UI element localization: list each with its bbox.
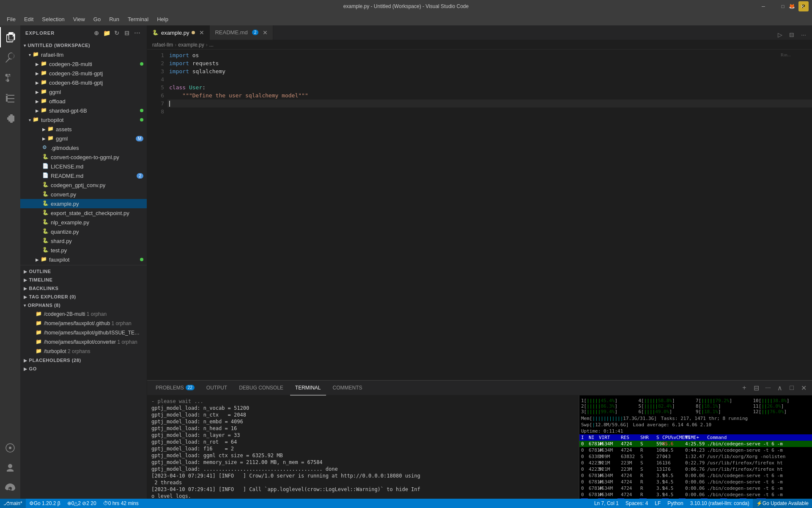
folder-ggml[interactable]: ▶ 📁 ggml (20, 87, 147, 97)
panel-close-button[interactable]: ✕ (798, 383, 809, 393)
add-terminal-button[interactable]: + (739, 383, 749, 393)
python-version-status[interactable]: 3.10.10 (rafael-llm: conda) (687, 499, 753, 508)
folder-codegen-6B-multi-gptj[interactable]: ▶ 📁 codegen-6B-multi-gptj (20, 78, 147, 87)
collapse-button[interactable]: ⊟ (123, 29, 132, 37)
folder-offload[interactable]: ▶ 📁 offload (20, 97, 147, 106)
orphans-section[interactable]: ▾ ORPHANS (8) (20, 301, 147, 309)
code-editor[interactable]: 1 2 3 4 5 6 7 8 import os import request… (147, 50, 812, 380)
placeholders-section[interactable]: ▶ PLACEHOLDERS (28) (20, 356, 147, 364)
line-ending-status[interactable]: LF (651, 499, 664, 508)
orphan-converter[interactable]: 📁 /home/james/fauxpilot/converter 1 orph… (20, 337, 147, 347)
htop-row-1[interactable]: 0 6781M 4634M 4724 S 598. 25.6 4:25.59 .… (579, 441, 812, 447)
explorer-activity-icon[interactable] (0, 27, 20, 47)
breadcrumb-dots[interactable]: ... (209, 42, 214, 48)
menu-selection[interactable]: Selection (38, 14, 68, 24)
orphan-codegen[interactable]: 📁 /codegen-2B-multi 1 orphan (20, 309, 147, 319)
minimize-button[interactable]: ─ (754, 0, 773, 13)
split-terminal-button[interactable]: ⊟ (751, 383, 761, 393)
menu-terminal[interactable]: Terminal (124, 14, 152, 24)
file-convert[interactable]: 🐍 convert.py (20, 190, 147, 199)
maximize-button[interactable]: □ (773, 0, 793, 13)
cursor-position-status[interactable]: Ln 7, Col 1 (591, 499, 622, 508)
menu-edit[interactable]: Edit (21, 14, 37, 24)
htop-row-6[interactable]: 0 6781M 4634M 4724 R 3.9 14.5 0:00.06 ./… (579, 472, 812, 479)
outline-section[interactable]: ▶ OUTLINE (20, 267, 147, 276)
folder-assets[interactable]: ▶ 📁 assets (20, 124, 147, 134)
tab-close-button[interactable]: ✕ (199, 29, 204, 36)
search-activity-icon[interactable] (0, 47, 20, 68)
breadcrumb-example[interactable]: example.py (178, 42, 204, 48)
folder-codegen-2B-multi[interactable]: ▶ 📁 codegen-2B-multi (20, 59, 147, 69)
htop-row-8[interactable]: 0 6781M 4634M 4724 R 3.9 14.5 0:00.06 ./… (579, 485, 812, 491)
tag-explorer-section[interactable]: ▶ TAG EXPLORER (0) (20, 293, 147, 301)
folder-turbopilot[interactable]: ▾ 📁 turbopilot (20, 115, 147, 124)
extensions-activity-icon[interactable] (0, 108, 20, 129)
problems-tab[interactable]: PROBLEMS 22 (151, 381, 200, 395)
settings-activity-icon[interactable] (0, 478, 20, 499)
htop-row-7[interactable]: 0 6781M 4634M 4724 R 3.9 14.5 0:00.06 ./… (579, 479, 812, 485)
folder-codegen-2B-multi-gptj[interactable]: ▶ 📁 codegen-2B-multi-gptj (20, 69, 147, 78)
file-readme[interactable]: 📄 README.md 2 (20, 171, 147, 180)
tab-readme-close[interactable]: ✕ (263, 29, 268, 36)
htop-row-5[interactable]: 0 4223M 521M 223M S 13.7 1.6 0:06.76 /us… (579, 466, 812, 472)
file-export[interactable]: 🐍 export_state_dict_checkpoint.py (20, 208, 147, 218)
folder-rafael-llm[interactable]: ▾ 📁 rafael-llm (20, 50, 147, 59)
new-file-button[interactable]: ⊕ (93, 29, 101, 37)
breadcrumb-rafael[interactable]: rafael-llm (152, 42, 173, 48)
orphan-github[interactable]: 📁 /home/james/fauxpilot/.github 1 orphan (20, 319, 147, 328)
run-activity-icon[interactable] (0, 88, 20, 108)
file-shard[interactable]: 🐍 shard.py (20, 236, 147, 246)
file-test[interactable]: 🐍 test.py (20, 246, 147, 255)
go-section[interactable]: ▶ GO (20, 364, 147, 373)
file-convert-codegen[interactable]: 🐍 convert-codegen-to-ggml.py (20, 152, 147, 162)
git-branch-status[interactable]: ⎇ main* (0, 499, 26, 508)
comments-tab[interactable]: COMMENTS (328, 381, 368, 395)
accounts-activity-icon[interactable] (0, 458, 20, 478)
output-tab[interactable]: OUTPUT (201, 381, 232, 395)
language-status[interactable]: Python (664, 499, 686, 508)
menu-go[interactable]: Go (90, 14, 104, 24)
remote-activity-icon[interactable] (0, 438, 20, 458)
more-actions-button[interactable]: ··· (798, 30, 809, 40)
htop-row-9[interactable]: 0 6781M 4634M 4724 R 3.9 14.5 0:00.06 ./… (579, 491, 812, 498)
file-example[interactable]: 🐍 example.py (20, 199, 147, 208)
terminal-tab[interactable]: TERMINAL (290, 381, 326, 395)
backlinks-section[interactable]: ▶ BACKLINKS (20, 284, 147, 293)
split-editor-button[interactable]: ⊟ (787, 30, 797, 40)
refresh-button[interactable]: ↻ (113, 29, 121, 37)
time-status[interactable]: ⏱ 0 hrs 42 mins (100, 499, 142, 508)
menu-help[interactable]: Help (154, 14, 172, 24)
menu-file[interactable]: File (3, 14, 19, 24)
terminal-more-button[interactable]: ··· (763, 383, 773, 393)
errors-status[interactable]: ⊕ 0△2 ⊘2 20 (64, 499, 100, 508)
run-button[interactable]: ▷ (775, 30, 785, 40)
tab-example-py[interactable]: 🐍 example.py ✕ (147, 25, 210, 40)
htop-panel[interactable]: 1[|||||45.4%] 4[|||||58.8%] 7[|||||79.2%… (579, 395, 812, 499)
file-codegen-gptj[interactable]: 🐍 codegen_gptj_conv.py (20, 180, 147, 190)
new-folder-button[interactable]: 📁 (103, 29, 111, 37)
update-status[interactable]: ⚡ Go Update Available (753, 499, 812, 508)
panel-minimize-button[interactable]: ∧ (775, 383, 785, 393)
source-control-activity-icon[interactable] (0, 68, 20, 88)
tab-readme-md[interactable]: README.md 2 ✕ (210, 25, 273, 40)
file-gitmodules[interactable]: ⚙ .gitmodules (20, 143, 147, 152)
orphan-turbopilot[interactable]: 📁 /turbopilot 2 orphans (20, 347, 147, 356)
file-license[interactable]: 📄 LICENSE.md (20, 162, 147, 171)
timeline-section[interactable]: ▶ TIMELINE (20, 276, 147, 284)
folder-sharded-gpt-6B[interactable]: ▶ 📁 sharded-gpt-6B (20, 106, 147, 115)
htop-row-4[interactable]: 0 4223M 521M 223M S 16.3 1.6 0:22.79 /us… (579, 460, 812, 466)
menu-run[interactable]: Run (106, 14, 123, 24)
close-button[interactable]: ✕ (793, 0, 812, 13)
terminal-output[interactable]: - please wait ... gptj_model_load: n_voc… (147, 395, 579, 499)
panel-maximize-button[interactable]: □ (787, 383, 797, 393)
debug-console-tab[interactable]: DEBUG CONSOLE (234, 381, 288, 395)
more-options-button[interactable]: ··· (133, 29, 142, 37)
htop-row-2[interactable]: 0 6781M 4634M 4724 R 100. 14.5 0:44.23 .… (579, 447, 812, 453)
orphan-issue[interactable]: 📁 /home/james/fauxpilot/github/ISSUE_TEM… (20, 328, 147, 337)
file-quantize[interactable]: 🐍 quantize.py (20, 227, 147, 236)
file-nlp[interactable]: 🐍 nlp_example.py (20, 218, 147, 227)
go-version-status[interactable]: ⚙ Go 1.20.2 β (26, 499, 64, 508)
menu-view[interactable]: View (70, 14, 88, 24)
htop-row-3[interactable]: 0 6338M 109M 63832 S 27.4 0.3 1:32.47 /u… (579, 453, 812, 460)
folder-fauxpilot[interactable]: ▶ 📁 fauxpilot (20, 255, 147, 264)
